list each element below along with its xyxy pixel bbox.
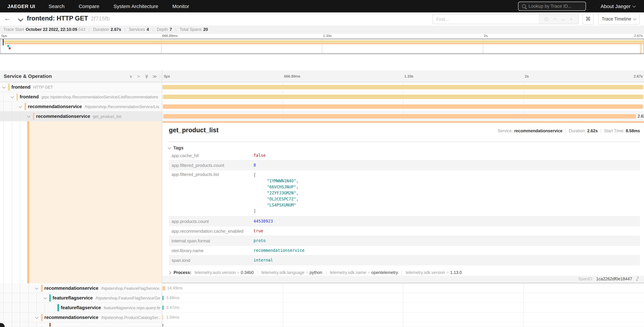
span-timeline-recsvc-featureflag[interactable]: 14.49ms	[162, 283, 644, 293]
tag-row: app.filtered_products.count8	[169, 160, 640, 170]
nav-item-monitor[interactable]: Monitor	[172, 3, 189, 9]
span-label-frontend-httpget[interactable]: frontendHTTP GET	[0, 82, 162, 92]
collapse-all-icon[interactable]: ≫	[144, 70, 149, 82]
span-timeline-ffs-get[interactable]: 3.68ms	[162, 293, 644, 303]
trace-id-lookup-input[interactable]: Lookup by Trace ID...	[518, 2, 586, 11]
span-timeline-frontend-grpc[interactable]	[162, 92, 644, 102]
minimap-scrubber-handle[interactable]	[3, 39, 4, 45]
total-spans-value: 20	[203, 27, 208, 32]
services-label: Services	[129, 27, 145, 32]
span-bar[interactable]	[162, 315, 163, 320]
chevron-down-icon[interactable]	[27, 114, 30, 118]
tag-row: internal.span.formatproto	[169, 236, 640, 246]
span-duration-label: 2.62s	[638, 112, 644, 121]
minimap-span-frontend	[4, 40, 643, 42]
chevron-down-icon[interactable]	[35, 316, 38, 319]
service-color-bar	[49, 294, 51, 302]
span-timeline-recsvc-productcatalog[interactable]: 1.04ms	[162, 312, 644, 322]
about-jaeger-menu[interactable]: About Jaeger	[601, 0, 635, 12]
span-label-ffs-repo-query[interactable]: featureflagservicefeatureflagservice.rep…	[0, 303, 162, 312]
span-bar[interactable]	[163, 114, 636, 118]
span-timeline-recsvc-list[interactable]	[162, 102, 644, 112]
nav-item-compare[interactable]: Compare	[78, 3, 99, 9]
span-bar[interactable]	[162, 85, 643, 89]
span-row: recommendationservice/hipstershop.Featur…	[0, 283, 644, 293]
span-label-recsvc-productcatalog[interactable]: recommendationservice/hipstershop.Produc…	[0, 312, 162, 322]
tag-row: app.cache_hitfalse	[169, 151, 640, 160]
chevron-down-icon[interactable]	[10, 95, 14, 98]
find-box: ×	[432, 14, 578, 24]
span-row: featureflagservicefeatureflagservice.rep…	[0, 303, 644, 312]
collapse-one-icon[interactable]: ∨	[129, 70, 132, 82]
command-icon: ⌘	[586, 16, 591, 22]
process-section-toggle[interactable]: Process: telemetry.auto.version=0.34b0 t…	[168, 270, 462, 275]
clear-find-icon[interactable]: ×	[570, 17, 573, 22]
span-bar[interactable]	[163, 104, 643, 109]
span-label-recsvc-list[interactable]: recommendationservice/hipstershop.Recomm…	[0, 102, 162, 112]
depth-label: Depth	[157, 27, 168, 32]
minimap-span-featureflag	[8, 45, 9, 47]
back-button[interactable]: ←	[4, 15, 10, 22]
services-value: 4	[147, 27, 149, 32]
span-row: frontendgrpc.hipstershop.RecommendationS…	[0, 92, 644, 102]
chevron-down-icon	[168, 146, 171, 149]
keyboard-shortcuts-button[interactable]: ⌘	[582, 14, 594, 24]
span-duration-label: 3.47ms	[166, 303, 180, 312]
trace-start-label: Trace Start	[3, 27, 24, 32]
chevron-down-icon[interactable]	[19, 104, 22, 108]
span-row: frontendHTTP GET	[0, 82, 644, 92]
span-label-partial[interactable]	[0, 322, 162, 327]
span-label-ffs-get[interactable]: featureflagservice/hipstershop.FeatureFl…	[0, 293, 162, 303]
span-label-recsvc-featureflag[interactable]: recommendationservice/hipstershop.Featur…	[0, 283, 162, 293]
tag-row: otel.library.namerecommendationservice	[169, 246, 640, 256]
span-timeline-ffs-repo-query[interactable]: 3.47ms	[162, 303, 644, 312]
span-detail-operation: get_product_list	[169, 126, 218, 134]
span-label-get-product-list[interactable]: recommendationserviceget_product_list	[0, 112, 162, 121]
duration-value: 2.67s	[111, 27, 121, 32]
collapse-trace-chevron-icon[interactable]	[18, 16, 23, 22]
span-duration-label: 3.68ms	[166, 293, 180, 302]
panel-divider	[162, 70, 162, 327]
expand-all-icon[interactable]: ≫	[152, 70, 157, 82]
chevron-down-icon[interactable]	[43, 296, 47, 299]
span-id-value: 1ca2262df0e18447	[596, 277, 632, 281]
chevron-down-icon	[633, 17, 636, 20]
span-bar[interactable]	[162, 296, 164, 300]
chevron-down-icon[interactable]	[35, 286, 38, 290]
trace-start-ms: .543	[77, 27, 86, 32]
total-spans-label: Total Spans	[180, 27, 202, 32]
service-color-bar	[33, 113, 34, 120]
timeline-column-header: Service & Operation ∨ > ≫ ≫ 0μs 666.89ms…	[0, 70, 644, 82]
span-bar[interactable]	[162, 286, 165, 290]
service-color-bar	[58, 304, 59, 311]
find-input[interactable]	[433, 14, 539, 24]
trace-start-value: October 22 2022, 22:10:09	[26, 27, 77, 32]
previous-result-icon[interactable]	[553, 18, 557, 22]
span-bar[interactable]	[162, 306, 164, 310]
span-bar[interactable]	[162, 324, 163, 327]
span-timeline-partial[interactable]	[162, 322, 644, 327]
tag-row: span.kindinternal	[169, 256, 640, 265]
span-detail-panel: get_product_list Service:recommendations…	[162, 121, 644, 283]
app-logo[interactable]: JAEGER UI	[8, 3, 35, 9]
chevron-down-icon[interactable]	[2, 85, 6, 88]
tag-row: app.filtered_products.list [ "1YMWWN1N4O…	[169, 170, 640, 216]
tags-section-toggle[interactable]: Tags	[168, 145, 184, 150]
span-timeline-frontend-httpget[interactable]	[162, 82, 644, 92]
nav-item-system-architecture[interactable]: System Architecture	[114, 3, 158, 9]
deep-link-icon[interactable]	[635, 277, 640, 281]
trace-minimap[interactable]	[0, 38, 644, 54]
span-label-frontend-grpc[interactable]: frontendgrpc.hipstershop.RecommendationS…	[0, 92, 162, 102]
trace-view-selector[interactable]: Trace Timeline	[598, 14, 640, 24]
span-timeline-get-product-list[interactable]: 2.62s	[162, 112, 644, 121]
locate-icon[interactable]	[544, 17, 548, 21]
detail-service-value: recommendationservice	[514, 128, 562, 133]
chevron-down-icon	[632, 4, 636, 8]
service-color-bar	[49, 323, 51, 327]
service-color-bar	[41, 285, 42, 292]
next-result-icon[interactable]	[562, 17, 565, 21]
nav-item-search[interactable]: Search	[48, 3, 64, 9]
expand-one-icon[interactable]: >	[137, 70, 140, 82]
span-row: featureflagservice/hipstershop.FeatureFl…	[0, 293, 644, 303]
span-bar[interactable]	[163, 95, 643, 99]
